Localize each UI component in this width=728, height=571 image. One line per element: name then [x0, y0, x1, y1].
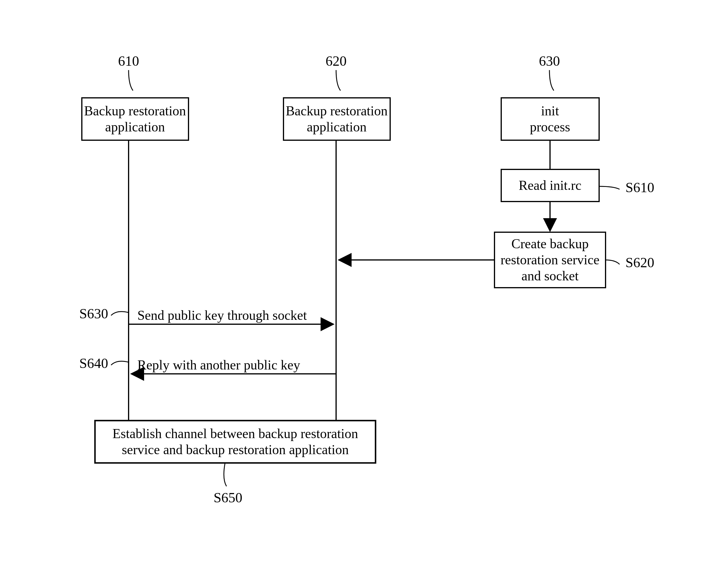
- step-s650-line2: service and backup restoration applicati…: [122, 442, 349, 457]
- actor-right-line2: process: [530, 119, 570, 134]
- step-s620-line2: restoration service: [500, 252, 600, 267]
- step-s630-leader: [111, 312, 128, 316]
- step-s620-id: S620: [625, 255, 654, 270]
- actor-middle-line1: Backup restoration: [286, 103, 388, 118]
- step-s620-line3: and socket: [521, 268, 579, 283]
- actor-left-line1: Backup restoration: [84, 103, 186, 118]
- sequence-diagram: 610 Backup restoration application 620 B…: [0, 0, 728, 571]
- actor-middle-id: 620: [326, 53, 347, 69]
- actor-middle-leader: [336, 70, 341, 91]
- actor-right-line1: init: [541, 103, 559, 118]
- step-s630-id: S630: [79, 306, 108, 321]
- step-s620-line1: Create backup: [512, 236, 588, 251]
- step-s630-text: Send public key through socket: [138, 308, 307, 323]
- actor-middle-line2: application: [307, 119, 366, 134]
- step-s650-line1: Establish channel between backup restora…: [112, 426, 358, 441]
- actor-left-id: 610: [118, 53, 139, 69]
- step-s610-leader: [599, 186, 620, 189]
- actor-right-leader: [549, 70, 554, 91]
- actor-left-line2: application: [105, 119, 165, 134]
- step-s610-text: Read init.rc: [519, 178, 581, 193]
- step-s610-id: S610: [625, 180, 654, 195]
- step-s650-id: S650: [214, 490, 243, 505]
- step-s650-leader: [224, 463, 226, 486]
- step-s640-text: Reply with another public key: [138, 357, 300, 372]
- step-s640-leader: [111, 361, 128, 365]
- step-s620-leader: [606, 260, 620, 264]
- actor-right-id: 630: [539, 53, 560, 69]
- step-s640-id: S640: [79, 355, 108, 371]
- actor-left-leader: [128, 70, 133, 91]
